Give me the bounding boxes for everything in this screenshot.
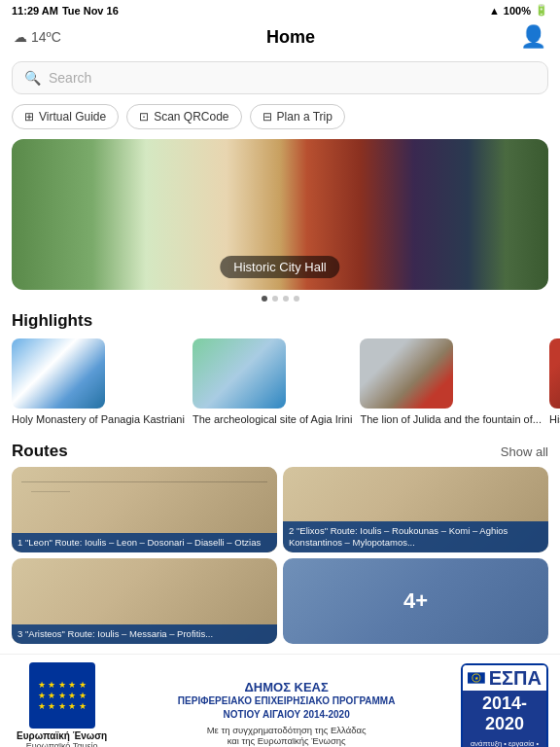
eu-org-name: Ευρωπαϊκή Ένωση <box>17 730 107 741</box>
highlight-item[interactable]: Historic City Hall <box>549 338 560 426</box>
status-date: Tue Nov 16 <box>62 5 119 17</box>
espa-tagline: ανάπτυξη • εργασία • αλληλεγγύη <box>463 737 546 747</box>
battery-icon: 🔋 <box>535 4 548 17</box>
routes-title: Routes <box>12 442 68 461</box>
status-bar: 11:29 AM Tue Nov 16 ▲ 100% 🔋 <box>0 0 560 20</box>
route-card-3[interactable]: 3 "Aristeos" Route: Ioulis – Messaria – … <box>12 558 277 644</box>
highlight-image <box>360 338 453 409</box>
plan-trip-icon: ⊟ <box>262 110 272 124</box>
eu-title: ΔΗΜΟΣ ΚΕΑΣ <box>122 680 451 694</box>
highlights-title: Highlights <box>0 305 560 338</box>
route-more-label: 4+ <box>403 588 428 614</box>
highlight-image <box>549 338 560 409</box>
highlight-item[interactable]: Holy Monastery of Panagia Kastriani <box>12 338 185 426</box>
temperature: 14ºC <box>31 29 61 45</box>
highlight-item[interactable]: The lion of Julida and the fountain of..… <box>360 338 542 426</box>
plan-trip-label: Plan a Trip <box>277 110 332 124</box>
dot-1[interactable] <box>262 296 267 302</box>
header: ☁ 14ºC Home 👤 <box>0 20 560 57</box>
route-card-1[interactable]: 1 "Leon" Route: Ioulis – Leon – Dosonari… <box>12 467 277 552</box>
hero-label: Historic City Hall <box>220 256 339 278</box>
route-card-more[interactable]: 4+ <box>283 558 548 644</box>
hero-banner[interactable]: Historic City Hall <box>12 139 548 290</box>
scan-qrcode-icon: ⊡ <box>139 110 149 124</box>
eu-banner: ★ ★ ★ ★ ★★ ★ ★ ★ ★★ ★ ★ ★ ★ Ευρωπαϊκή Έν… <box>0 654 560 747</box>
highlight-label: The lion of Julida and the fountain of..… <box>360 412 542 426</box>
routes-show-all[interactable]: Show all <box>501 445 548 459</box>
page-title: Home <box>266 27 315 48</box>
status-time: 11:29 AM <box>12 5 58 17</box>
plan-trip-button[interactable]: ⊟ Plan a Trip <box>250 104 345 129</box>
route-card-2[interactable]: 2 "Elixos" Route: Ioulis – Roukounas – K… <box>283 467 548 552</box>
route-label: 2 "Elixos" Route: Ioulis – Roukounas – K… <box>283 521 548 553</box>
virtual-guide-icon: ⊞ <box>24 110 34 124</box>
eu-subtitle: ΠΕΡΙΦΕΡΕΙΑΚΟ ΕΠΙΧΕΙΡΗΣΙΑΚΟ ΠΡΟΓΡΑΜΜΑΝΟΤΙ… <box>122 694 451 722</box>
status-time-date: 11:29 AM Tue Nov 16 <box>12 5 119 17</box>
scan-qrcode-label: Scan QRCode <box>154 110 228 124</box>
weather-display: ☁ 14ºC <box>14 29 61 45</box>
status-indicators: ▲ 100% 🔋 <box>489 4 548 17</box>
espa-flag-icon: ★ <box>468 671 485 685</box>
highlight-image <box>12 338 105 409</box>
route-label: 3 "Aristeos" Route: Ioulis – Messaria – … <box>12 624 277 644</box>
wifi-icon: ▲ <box>489 5 500 17</box>
battery-indicator: 100% <box>504 5 531 17</box>
search-placeholder: Search <box>49 70 91 86</box>
highlight-image <box>192 338 286 409</box>
routes-header: Routes Show all <box>0 434 560 467</box>
scan-qrcode-button[interactable]: ⊡ Scan QRCode <box>126 104 241 129</box>
search-icon: 🔍 <box>24 70 41 86</box>
search-bar[interactable]: 🔍 Search <box>12 61 548 94</box>
dot-3[interactable] <box>283 296 289 302</box>
highlight-label: The archeological site of Agia Irini <box>192 412 352 426</box>
weather-icon: ☁ <box>14 29 27 45</box>
eu-sub2: Με τη συγχρηματοδότηση της Ελλάδαςκαι τη… <box>122 725 451 746</box>
espa-logo: ★ ΕΣΠΑ 2014-2020 ανάπτυξη • εργασία • αλ… <box>461 663 548 747</box>
routes-grid: 1 "Leon" Route: Ioulis – Leon – Dosonari… <box>0 467 560 654</box>
route-label: 1 "Leon" Route: Ioulis – Leon – Dosonari… <box>12 533 277 552</box>
virtual-guide-label: Virtual Guide <box>39 110 106 124</box>
highlight-item[interactable]: The archeological site of Agia Irini <box>192 338 352 426</box>
highlight-label: Historic City Hall <box>549 412 560 426</box>
highlight-label: Holy Monastery of Panagia Kastriani <box>12 412 185 426</box>
hero-pagination <box>0 290 560 305</box>
profile-icon[interactable]: 👤 <box>520 24 546 50</box>
espa-text: ΕΣΠΑ <box>489 668 542 688</box>
virtual-guide-button[interactable]: ⊞ Virtual Guide <box>12 104 119 129</box>
dot-4[interactable] <box>294 296 299 302</box>
eu-flag: ★ ★ ★ ★ ★★ ★ ★ ★ ★★ ★ ★ ★ ★ <box>29 662 95 729</box>
quick-actions: ⊞ Virtual Guide ⊡ Scan QRCode ⊟ Plan a T… <box>0 104 560 139</box>
highlights-list: Holy Monastery of Panagia Kastriani The … <box>0 338 560 434</box>
espa-years: 2014-2020 <box>463 691 546 737</box>
dot-2[interactable] <box>272 296 278 302</box>
eu-center-text: ΔΗΜΟΣ ΚΕΑΣ ΠΕΡΙΦΕΡΕΙΑΚΟ ΕΠΙΧΕΙΡΗΣΙΑΚΟ ΠΡ… <box>122 680 451 746</box>
eu-org-sub: Ευρωπαϊκό ΤαμείοΠεριφερειακής Ανάπτυξης <box>12 741 112 747</box>
